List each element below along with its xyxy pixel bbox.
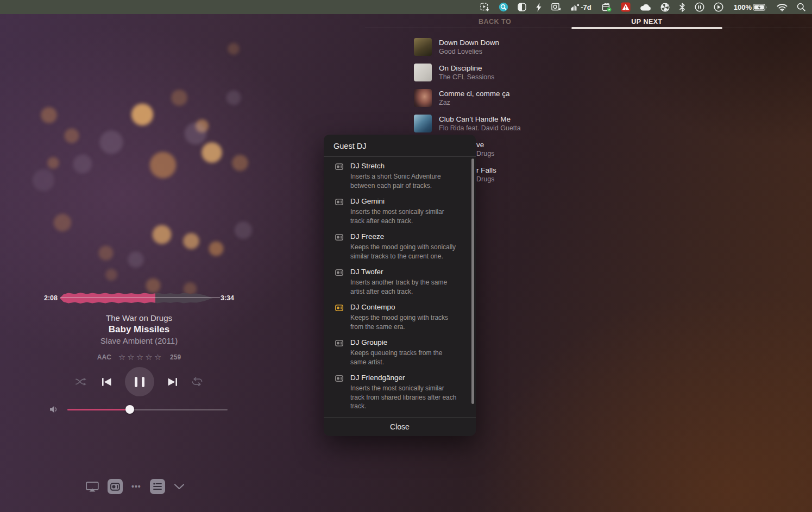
- wifi-icon[interactable]: [777, 3, 788, 11]
- dj-option-name: DJ Groupie: [350, 338, 459, 346]
- package-status-icon[interactable]: [602, 3, 612, 12]
- dj-icon: [335, 305, 343, 331]
- up-next-row[interactable]: Club Can’t Handle MeFlo Rida feat. David…: [414, 115, 631, 132]
- volume-slider[interactable]: [67, 409, 228, 411]
- album-art-thumbnail: [414, 64, 432, 81]
- cloud-icon[interactable]: [640, 3, 651, 11]
- dj-option-description: Inserts another track by the same artist…: [350, 278, 459, 296]
- dj-option[interactable]: DJ FriendgängerInserts the most sonicall…: [335, 374, 459, 411]
- queue-track-artist: The CFL Sessions: [439, 73, 494, 81]
- dj-option-name: DJ Friendgänger: [350, 374, 459, 382]
- activity-pie-icon[interactable]: [660, 3, 670, 12]
- track-meta: AAC ☆☆☆☆☆ 259: [0, 352, 278, 362]
- up-next-row[interactable]: On DisciplineThe CFL Sessions: [414, 64, 631, 81]
- track-info: The War on Drugs Baby Missiles Slave Amb…: [0, 312, 278, 346]
- album-art-thumbnail: [414, 115, 432, 132]
- dj-option[interactable]: DJ GeminiInserts the most sonically simi…: [335, 197, 459, 225]
- volume-row: [0, 402, 278, 416]
- spotlight-search-icon[interactable]: [797, 3, 805, 11]
- up-next-list: Down Down DownGood LoveliesOn Discipline…: [414, 38, 631, 140]
- volume-thumb[interactable]: [125, 405, 134, 414]
- dialog-title: Guest DJ: [324, 135, 476, 157]
- tab-active-underline: [571, 27, 722, 29]
- dj-option-name: DJ Stretch: [350, 162, 459, 170]
- screen-capture-icon[interactable]: [480, 3, 489, 12]
- dj-option-name: DJ Twofer: [350, 268, 459, 276]
- transport-controls: [0, 367, 278, 396]
- play-count: 259: [170, 353, 181, 361]
- rating-stars[interactable]: ☆☆☆☆☆: [118, 352, 163, 362]
- dj-icon: [335, 269, 343, 296]
- dj-option-name: DJ Contempo: [350, 303, 459, 311]
- queue-track-artist: Flo Rida feat. David Guetta: [439, 124, 521, 132]
- dialog-scrollbar[interactable]: [471, 159, 474, 404]
- dj-icon: [335, 375, 343, 411]
- record-circle-icon[interactable]: [695, 2, 704, 12]
- more-options-icon[interactable]: •••: [131, 482, 141, 491]
- dj-option-description: Keeps queueing tracks from the same arti…: [350, 349, 459, 366]
- up-next-row-partial[interactable]: veDrugs: [476, 140, 494, 158]
- queue-track-artist: Good Lovelies: [439, 48, 499, 56]
- pause-button[interactable]: [125, 367, 154, 396]
- elapsed-time: 2:08: [41, 294, 58, 302]
- artist-name: The War on Drugs: [0, 312, 278, 324]
- dj-option[interactable]: DJ StretchInserts a short Sonic Adventur…: [335, 162, 459, 190]
- tab-back-to[interactable]: BACK TO: [479, 18, 511, 26]
- chevron-down-icon[interactable]: [174, 484, 185, 490]
- lightning-icon[interactable]: [536, 3, 542, 12]
- dj-option[interactable]: DJ ContempoKeeps the mood going with tra…: [335, 303, 459, 331]
- dj-option[interactable]: DJ GroupieKeeps queueing tracks from the…: [335, 338, 459, 366]
- queue-track-title: Club Can’t Handle Me: [439, 115, 521, 124]
- search-app-icon[interactable]: [499, 2, 508, 12]
- airplay-icon[interactable]: [86, 482, 99, 492]
- display-contrast-icon[interactable]: [518, 3, 526, 11]
- dj-icon: [335, 340, 343, 366]
- up-next-row-partial[interactable]: r FallsDrugs: [476, 166, 496, 184]
- waveform[interactable]: [60, 288, 214, 310]
- menu-bar: -7d100%: [0, 0, 812, 14]
- close-button[interactable]: Close: [324, 417, 476, 436]
- dj-option-description: Keeps the mood going with sonically simi…: [350, 243, 459, 261]
- dj-icon: [335, 199, 343, 225]
- dj-icon: [335, 234, 343, 261]
- warning-alert-icon[interactable]: [621, 2, 631, 12]
- speaker-icon[interactable]: [49, 405, 60, 414]
- up-next-row[interactable]: Down Down DownGood Lovelies: [414, 38, 631, 56]
- queue-track-artist: Zaz: [439, 99, 510, 107]
- queue-track-title: ve: [476, 140, 494, 149]
- bluetooth-icon[interactable]: [679, 3, 685, 12]
- guest-dj-dialog: Guest DJ DJ StretchInserts a short Sonic…: [324, 135, 476, 436]
- queue-track-title: On Discipline: [439, 64, 494, 73]
- dj-option-description: Inserts the most sonically similar track…: [350, 384, 459, 411]
- queue-list-button[interactable]: [150, 479, 165, 494]
- format-badge: AAC: [97, 353, 111, 361]
- next-track-button[interactable]: [167, 377, 178, 387]
- album-art-thumbnail: [414, 38, 432, 56]
- shuffle-icon[interactable]: [75, 377, 88, 386]
- tab-up-next[interactable]: UP NEXT: [631, 18, 662, 26]
- dj-icon: [335, 163, 343, 190]
- data-meter-icon[interactable]: -7d: [570, 3, 593, 11]
- guest-dj-list: DJ StretchInserts a short Sonic Adventur…: [324, 157, 476, 417]
- queue-track-title: Comme ci, comme ça: [439, 89, 510, 98]
- queue-track-title: r Falls: [476, 166, 496, 175]
- bottom-toolbar: •••: [86, 479, 185, 494]
- track-title: Baby Missiles: [0, 324, 278, 335]
- dj-option[interactable]: DJ TwoferInserts another track by the sa…: [335, 268, 459, 296]
- play-circle-icon[interactable]: [714, 2, 723, 12]
- queue-track-artist: Drugs: [476, 175, 496, 184]
- waveform-centerline: [60, 298, 220, 298]
- dj-option[interactable]: DJ FreezeKeeps the mood going with sonic…: [335, 232, 459, 261]
- guest-dj-button[interactable]: [108, 479, 123, 494]
- dj-option-description: Keeps the mood going with tracks from th…: [350, 313, 459, 331]
- photo-ocr-icon[interactable]: [551, 3, 561, 11]
- album-name: Slave Ambient (2011): [0, 335, 278, 346]
- battery-icon[interactable]: 100%: [733, 4, 767, 11]
- up-next-row[interactable]: Comme ci, comme çaZaz: [414, 89, 631, 107]
- repeat-icon[interactable]: [191, 377, 203, 386]
- previous-track-button[interactable]: [101, 377, 112, 387]
- dj-option-description: Inserts the most sonically similar track…: [350, 207, 459, 225]
- app-window: -7d100% BACK TO UP NEXT Down Down DownGo…: [0, 0, 812, 512]
- duration-time: 3:34: [221, 294, 234, 302]
- dj-option-name: DJ Gemini: [350, 197, 459, 205]
